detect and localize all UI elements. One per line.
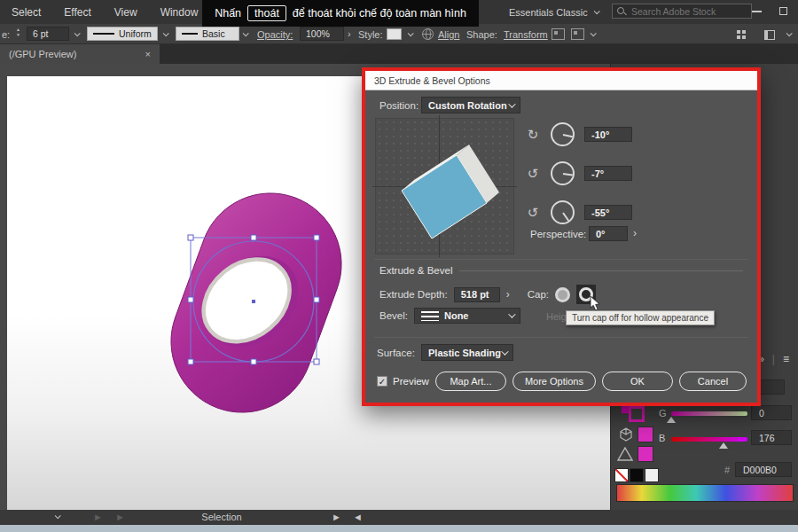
next-item-icon[interactable]: ► — [115, 512, 125, 522]
search-input[interactable] — [630, 5, 734, 18]
web-safe-cube-icon[interactable] — [619, 427, 633, 442]
chevron-down-icon[interactable] — [408, 30, 414, 36]
document-tab-title: (/GPU Preview) — [9, 49, 76, 59]
hex-value-field[interactable]: D000B0 — [735, 462, 792, 477]
gamut-color-swatch[interactable] — [638, 446, 653, 462]
chevron-down-icon[interactable] — [55, 512, 61, 519]
surface-value: Plastic Shading — [428, 348, 501, 358]
cap-off-button[interactable] — [576, 285, 596, 304]
chevron-down-icon[interactable] — [591, 30, 597, 36]
web-safe-color-swatch[interactable] — [638, 426, 653, 442]
rotation-cube[interactable] — [380, 120, 509, 254]
black-swatch[interactable] — [630, 468, 644, 482]
divider — [374, 259, 748, 260]
search-adobe-stock[interactable] — [612, 4, 752, 19]
b-channel-label: B — [659, 433, 665, 443]
document-setup-icon[interactable] — [422, 28, 434, 40]
select-similar-icon[interactable] — [571, 28, 584, 40]
rotate-y-dial[interactable] — [551, 161, 575, 185]
rotate-z-dial[interactable] — [551, 200, 575, 224]
b-slider[interactable] — [671, 437, 747, 442]
menu-effect[interactable]: Effect — [52, 6, 102, 19]
play-forward-icon[interactable]: ► — [332, 512, 341, 522]
arrange-documents-icon[interactable] — [737, 30, 747, 40]
extrude-depth-row: Extrude Depth: 518 pt › Cap: — [379, 285, 596, 304]
play-back-icon[interactable]: ◄ — [353, 512, 363, 522]
dock-panel-icon[interactable] — [764, 30, 775, 40]
section-title: Extrude & Bevel — [379, 265, 452, 276]
ok-button[interactable]: OK — [602, 372, 673, 391]
stroke-stepper[interactable]: ▲ ▼ — [16, 27, 20, 37]
position-value: Custom Rotation — [428, 100, 507, 111]
gamut-warning-icon[interactable] — [617, 447, 633, 461]
g-value-field[interactable]: 0 — [751, 405, 792, 420]
chevron-down-icon[interactable] — [243, 30, 249, 36]
transform-link[interactable]: Transform — [504, 29, 548, 40]
menu-window[interactable]: Window — [149, 6, 210, 19]
chevron-down-icon — [501, 348, 508, 355]
extrude-depth-label: Extrude Depth: — [379, 289, 448, 300]
bevel-row: Bevel: None — [379, 308, 520, 324]
menu-view[interactable]: View — [103, 6, 149, 19]
dialog-buttons-row: ✓ Preview Map Art... More Options OK Can… — [377, 371, 747, 392]
chevron-down-icon[interactable] — [786, 30, 793, 36]
style-swatch[interactable] — [387, 28, 402, 40]
perspective-value[interactable]: 0° — [589, 226, 628, 241]
chevron-down-icon[interactable] — [74, 30, 81, 36]
profile-label: Uniform — [119, 28, 152, 39]
workspace-switcher[interactable]: Essentials Classic — [509, 0, 598, 24]
close-icon[interactable]: × — [145, 49, 151, 59]
illustrator-app: Select Effect View Window Help Essential… — [0, 0, 798, 532]
restore-button[interactable] — [779, 7, 787, 15]
map-art-button[interactable]: Map Art... — [435, 372, 506, 391]
color-spectrum-bar[interactable] — [616, 484, 794, 502]
rotate-z-value[interactable]: -55° — [584, 205, 632, 220]
rotate-z-icon: ↺ — [525, 205, 541, 221]
cancel-button[interactable]: Cancel — [679, 372, 747, 391]
rotation-track[interactable] — [375, 118, 514, 254]
preview-toggle[interactable]: ✓ Preview — [377, 376, 429, 387]
chevron-down-icon[interactable] — [163, 30, 169, 36]
bevel-select[interactable]: None — [414, 308, 520, 324]
position-select[interactable]: Custom Rotation — [421, 97, 520, 113]
g-slider[interactable] — [671, 411, 747, 416]
align-link[interactable]: Align — [438, 29, 459, 40]
g-slider-handle[interactable] — [667, 417, 676, 423]
panel-menu-icon[interactable]: ≡ — [783, 353, 789, 365]
first-item-icon[interactable]: ► — [93, 512, 103, 522]
g-channel-label: G — [659, 408, 667, 419]
cap-on-button[interactable] — [555, 287, 570, 302]
rotate-y-value[interactable]: -7° — [584, 166, 632, 181]
status-indicator[interactable]: Selection — [164, 512, 279, 522]
chevron-right-icon[interactable]: › — [633, 227, 637, 239]
white-swatch[interactable] — [645, 468, 659, 482]
extrude-depth-field[interactable]: 518 pt — [454, 287, 500, 302]
stroke-label: e: — [2, 29, 10, 40]
anchor-center-point[interactable] — [252, 300, 255, 303]
document-tab[interactable]: (/GPU Preview) × — [0, 44, 160, 64]
brush-select[interactable]: Basic — [176, 27, 239, 41]
preview-checkbox[interactable]: ✓ — [377, 376, 387, 387]
chevron-right-icon[interactable]: › — [506, 288, 510, 301]
stroke-profile-select[interactable]: Uniform — [87, 27, 158, 41]
divider — [374, 337, 748, 338]
b-value-field[interactable]: 176 — [751, 430, 792, 445]
minimize-button[interactable] — [752, 11, 762, 12]
stroke-color-indicator[interactable] — [629, 406, 645, 422]
surface-select[interactable]: Plastic Shading — [421, 344, 513, 361]
search-icon — [616, 6, 626, 16]
stepper-down-icon[interactable]: ▼ — [16, 33, 20, 37]
opacity-link[interactable]: Opacity: — [257, 29, 293, 40]
rotate-x-value[interactable]: -10° — [584, 127, 632, 142]
b-slider-handle[interactable] — [719, 442, 728, 449]
menu-select[interactable]: Select — [0, 6, 52, 19]
brush-label: Basic — [202, 28, 225, 39]
isolate-selection-icon[interactable] — [552, 28, 565, 40]
more-options-button[interactable]: More Options — [512, 372, 596, 391]
none-swatch[interactable] — [614, 468, 629, 482]
stroke-weight-field[interactable]: 6 pt — [27, 27, 69, 41]
canvas-artwork[interactable] — [160, 186, 355, 417]
chevron-right-icon[interactable]: › — [348, 28, 351, 39]
rotate-x-dial[interactable] — [551, 122, 575, 146]
opacity-field[interactable]: 100% — [300, 27, 344, 41]
